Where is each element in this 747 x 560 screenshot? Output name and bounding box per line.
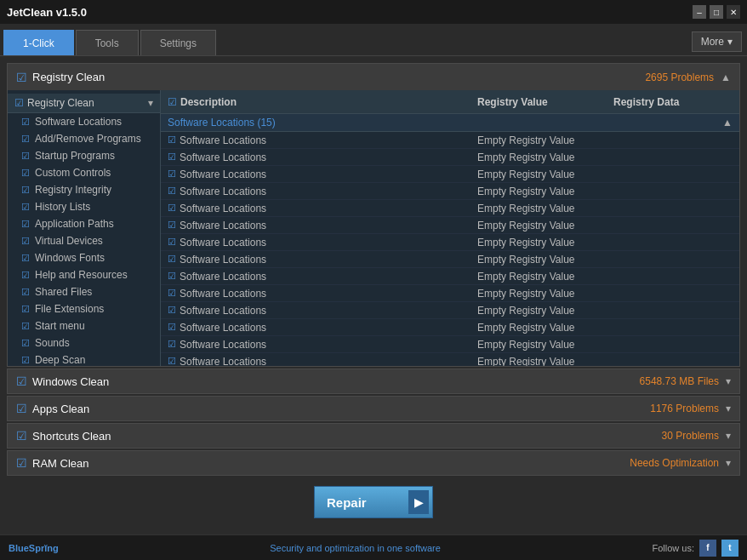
table-row[interactable]: ☑Software LocationsEmpty Registry Value [161,183,739,200]
table-row[interactable]: ☑Software LocationsEmpty Registry Value [161,166,739,183]
apps-clean-count: 1176 Problems [650,403,719,414]
group-software-locations[interactable]: Software Locations (15) ▲ [161,114,739,132]
table-row[interactable]: ☑Software LocationsEmpty Registry Value [161,234,739,251]
windows-clean-title: Windows Clean [32,375,109,388]
col-registry-value-header: Registry Value [477,96,613,108]
ram-clean-count: Needs Optimization [630,457,719,469]
apps-clean-section[interactable]: ☑ Apps Clean 1176 Problems ▾ [7,396,740,421]
sidebar-item-history-lists[interactable]: ☑History Lists [8,198,160,215]
table-row[interactable]: ☑Software LocationsEmpty Registry Value [161,132,739,149]
titlebar: JetClean v1.5.0 – □ ✕ [0,0,747,24]
ram-clean-section[interactable]: ☑ RAM Clean Needs Optimization ▾ [7,450,740,476]
windows-clean-checkbox[interactable]: ☑ [16,374,27,388]
group-chevron-up: ▲ [722,117,733,129]
sidebar-item-add-remove[interactable]: ☑Add/Remove Programs [8,130,160,147]
sidebar-item-shared-files[interactable]: ☑Shared Files [8,283,160,300]
shortcuts-clean-chevron: ▾ [726,430,731,442]
shortcuts-clean-section[interactable]: ☑ Shortcuts Clean 30 Problems ▾ [7,423,740,449]
table-row[interactable]: ☑Software LocationsEmpty Registry Value [161,149,739,166]
registry-sidebar: ☑ Registry Clean ▾ ☑Software Locations ☑… [8,90,161,366]
registry-panel: ☑ Registry Clean ▾ ☑Software Locations ☑… [7,90,740,367]
footer: BlueSprĭng Security and optimization in … [0,534,747,560]
sidebar-header: ☑ Registry Clean ▾ [8,94,160,113]
bottom-sections: ☑ Windows Clean 6548.73 MB Files ▾ ☑ App… [7,369,740,476]
windows-clean-section[interactable]: ☑ Windows Clean 6548.73 MB Files ▾ [7,369,740,394]
apps-clean-chevron: ▾ [726,403,731,414]
table-row[interactable]: ☑Software LocationsEmpty Registry Value [161,251,739,268]
table-row[interactable]: ☑Software LocationsEmpty Registry Value [161,200,739,217]
col-description-header: Description [180,96,477,108]
footer-link[interactable]: Security and optimization in one softwar… [270,543,441,553]
ram-clean-checkbox[interactable]: ☑ [16,456,27,470]
table-header-checkbox[interactable]: ☑ [168,96,177,108]
minimize-button[interactable]: – [693,5,706,19]
table-row[interactable]: ☑Software LocationsEmpty Registry Value [161,336,739,353]
windows-clean-chevron: ▾ [726,375,731,387]
app-title: JetClean v1.5.0 [7,6,87,19]
registry-content-area: ☑ Description Registry Value Registry Da… [161,90,739,366]
table-row[interactable]: ☑Software LocationsEmpty Registry Value [161,217,739,234]
close-button[interactable]: ✕ [727,5,740,19]
sidebar-items: ☑Software Locations ☑Add/Remove Programs… [8,113,160,366]
sidebar-item-virtual-devices[interactable]: ☑Virtual Devices [8,232,160,249]
sidebar-item-start-menu[interactable]: ☑Start menu [8,317,160,334]
sidebar-item-startup[interactable]: ☑Startup Programs [8,147,160,164]
tabs: 1-Click Tools Settings [3,30,218,55]
tab-settings[interactable]: Settings [140,30,216,55]
sidebar-item-file-extensions[interactable]: ☑File Extensions [8,300,160,317]
sidebar-item-deep-scan[interactable]: ☑Deep Scan [8,351,160,366]
sidebar-header-checkbox[interactable]: ☑ [14,97,24,109]
registry-clean-count: 2695 Problems [645,71,714,83]
ram-clean-chevron: ▾ [726,457,731,469]
repair-area: Repair ▶ [7,477,740,525]
sidebar-item-custom-controls[interactable]: ☑Custom Controls [8,164,160,181]
footer-logo: BlueSprĭng [9,543,59,553]
apps-clean-checkbox[interactable]: ☑ [16,402,27,415]
repair-button[interactable]: Repair ▶ [314,486,433,518]
facebook-button[interactable]: f [699,540,716,557]
sidebar-item-registry-integrity[interactable]: ☑Registry Integrity [8,181,160,198]
registry-clean-section-header[interactable]: ☑ Registry Clean 2695 Problems ▲ [7,63,740,90]
shortcuts-clean-count: 30 Problems [662,430,719,442]
windows-clean-count: 6548.73 MB Files [640,375,719,387]
shortcuts-clean-checkbox[interactable]: ☑ [16,429,27,443]
table-scroll-area[interactable]: Software Locations (15) ▲ ☑Software Loca… [161,114,739,366]
more-button[interactable]: More ▾ [692,31,742,52]
chevron-down-icon: ▾ [727,36,733,48]
col-registry-data-header: Registry Data [613,96,733,108]
sidebar-dropdown-icon[interactable]: ▾ [148,97,153,109]
table-row[interactable]: ☑Software LocationsEmpty Registry Value [161,268,739,285]
sidebar-item-help-resources[interactable]: ☑Help and Resources [8,266,160,283]
registry-clean-title: Registry Clean [32,71,105,83]
table-row[interactable]: ☑Software LocationsEmpty Registry Value [161,285,739,302]
tab-1click[interactable]: 1-Click [3,30,74,55]
shortcuts-clean-title: Shortcuts Clean [32,430,111,443]
footer-follow: Follow us: f t [652,540,738,557]
maximize-button[interactable]: □ [710,5,723,19]
registry-clean-checkbox[interactable]: ☑ [16,71,27,84]
apps-clean-title: Apps Clean [32,403,89,415]
table-row[interactable]: ☑Software LocationsEmpty Registry Value [161,319,739,336]
registry-clean-chevron-up: ▲ [721,71,731,83]
tab-tools[interactable]: Tools [76,30,139,55]
sidebar-item-sounds[interactable]: ☑Sounds [8,334,160,351]
twitter-button[interactable]: t [721,540,738,557]
repair-arrow-icon: ▶ [408,490,429,514]
sidebar-header-label: Registry Clean [27,97,94,109]
table-row[interactable]: ☑Software LocationsEmpty Registry Value [161,302,739,319]
sidebar-item-software-locations[interactable]: ☑Software Locations [8,113,160,130]
ram-clean-title: RAM Clean [32,457,88,470]
tabbar: 1-Click Tools Settings More ▾ [0,24,747,56]
sidebar-item-windows-fonts[interactable]: ☑Windows Fonts [8,249,160,266]
sidebar-item-application-paths[interactable]: ☑Application Paths [8,215,160,232]
main-content: ☑ Registry Clean 2695 Problems ▲ ☑ Regis… [0,56,747,534]
table-header: ☑ Description Registry Value Registry Da… [161,90,739,114]
window-controls: – □ ✕ [693,5,740,19]
table-row[interactable]: ☑Software LocationsEmpty Registry Value [161,353,739,366]
